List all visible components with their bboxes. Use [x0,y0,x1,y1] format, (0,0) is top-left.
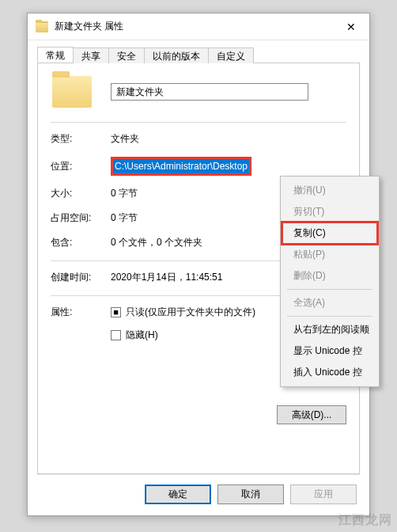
value-contains: 0 个文件，0 个文件夹 [111,236,202,249]
apply-button[interactable]: 应用 [290,484,357,504]
advanced-button[interactable]: 高级(D)... [277,405,346,424]
label-size-on-disk: 占用空间: [51,211,111,225]
checkbox-icon [111,330,121,340]
folder-icon [36,21,48,32]
tab-customize[interactable]: 自定义 [208,48,254,63]
titlebar: 新建文件夹 属性 ✕ [28,13,369,40]
dialog-button-row: 确定 取消 应用 [37,474,360,506]
menu-separator [287,316,372,317]
menu-cut[interactable]: 剪切(T) [282,201,377,222]
folder-name-input[interactable] [111,83,308,101]
folder-large-icon [52,76,92,108]
value-size: 0 字节 [111,187,138,200]
menu-rtl-reading[interactable]: 从右到左的阅读顺 [282,319,377,340]
menu-select-all[interactable]: 全选(A) [282,292,377,314]
tab-sharing[interactable]: 共享 [73,48,109,63]
label-contains: 包含: [51,236,111,249]
menu-paste[interactable]: 粘贴(P) [282,244,377,265]
menu-insert-unicode[interactable]: 插入 Unicode 控 [282,362,377,383]
readonly-label: 只读(仅应用于文件夹中的文件) [126,306,255,319]
cancel-button[interactable]: 取消 [217,484,284,504]
tab-security[interactable]: 安全 [108,48,145,63]
label-type: 类型: [51,132,111,146]
value-size-on-disk: 0 字节 [111,211,138,225]
checkbox-icon: ■ [111,307,121,317]
close-button[interactable]: ✕ [333,13,369,40]
close-icon: ✕ [346,21,356,33]
context-menu: 撤消(U) 剪切(T) 复制(C) 粘贴(P) 删除(D) 全选(A) 从右到左… [280,176,380,387]
hidden-checkbox[interactable]: 隐藏(H) [111,329,255,342]
tab-general[interactable]: 常规 [37,47,74,63]
separator [51,122,346,123]
label-attributes: 属性: [51,306,111,319]
location-highlight: C:\Users\Administrator\Desktop [111,157,251,176]
label-created: 创建时间: [51,271,111,284]
value-type: 文件夹 [111,132,139,146]
label-location: 位置: [51,160,111,173]
tab-strip: 常规 共享 安全 以前的版本 自定义 [37,47,360,63]
watermark: 江西龙网 [338,512,392,529]
label-size: 大小: [51,187,111,200]
value-location[interactable]: C:\Users\Administrator\Desktop [113,159,249,173]
readonly-checkbox[interactable]: ■ 只读(仅应用于文件夹中的文件) [111,306,255,319]
menu-copy[interactable]: 复制(C) [282,222,377,244]
menu-undo[interactable]: 撤消(U) [282,180,377,201]
hidden-label: 隐藏(H) [126,329,158,342]
tab-previous-versions[interactable]: 以前的版本 [144,48,209,63]
value-created: 2020年1月14日，11:45:51 [111,271,222,284]
window-title: 新建文件夹 属性 [55,20,123,33]
menu-separator [287,289,372,290]
menu-delete[interactable]: 删除(D) [282,265,377,287]
menu-show-unicode[interactable]: 显示 Unicode 控 [282,340,377,362]
ok-button[interactable]: 确定 [145,484,211,504]
